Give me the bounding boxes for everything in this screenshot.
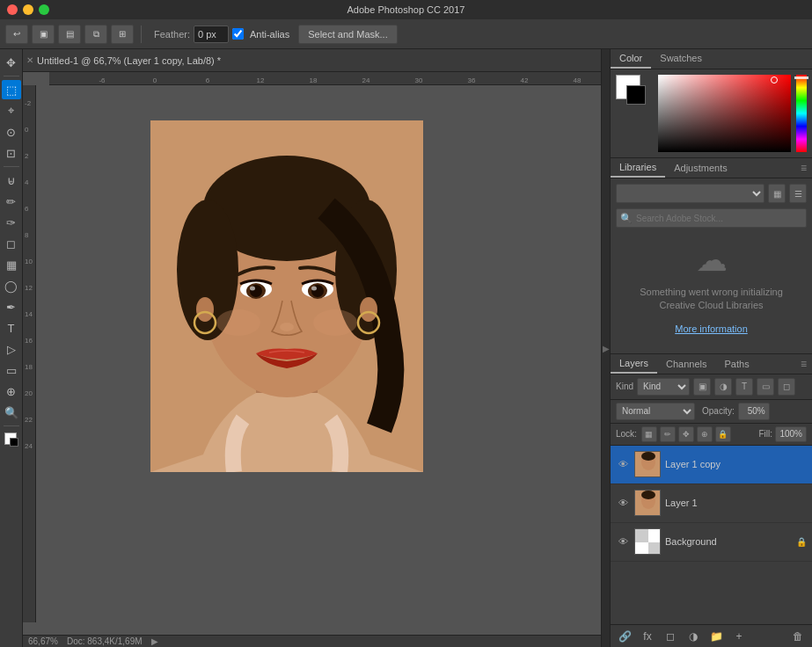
more-information-link[interactable]: More information	[675, 324, 748, 334]
canvas-area: ✕ Untitled-1 @ 66,7% (Layer 1 copy, Lab/…	[23, 49, 601, 647]
filter-kind-select[interactable]: Kind	[637, 378, 690, 396]
layer-item[interactable]: 👁 Background 🔒	[611, 523, 812, 562]
tool-option-4[interactable]: ⊞	[111, 25, 134, 44]
ruler-h-tick: 24	[362, 76, 370, 84]
panel-collapse-handle[interactable]: ▶	[601, 49, 610, 647]
eyedropper-tool[interactable]: ⊌	[2, 171, 21, 190]
ruler-v-tick: 20	[25, 389, 33, 397]
ruler-h-tick: 6	[206, 76, 209, 84]
tab-channels[interactable]: Channels	[657, 355, 715, 373]
lock-position-button[interactable]: ✥	[678, 426, 694, 442]
tab-swatches[interactable]: Swatches	[651, 49, 711, 69]
close-button[interactable]	[7, 4, 18, 15]
layer-visibility-button[interactable]: 👁	[616, 496, 630, 510]
lock-all-button[interactable]: 🔒	[715, 426, 731, 442]
layers-list: 👁 Layer 1 copy 👁	[611, 446, 812, 624]
rectangle-tool[interactable]: ▭	[2, 360, 21, 380]
tab-libraries[interactable]: Libraries	[611, 158, 665, 178]
ruler-v-tick: 16	[25, 337, 33, 345]
filter-pixel-button[interactable]: ▣	[693, 378, 711, 396]
type-tool[interactable]: T	[2, 318, 21, 338]
layers-panel-tabs: Layers Channels Paths ≡	[611, 354, 812, 374]
create-group-button[interactable]: 📁	[707, 628, 725, 645]
layer-item[interactable]: 👁 Layer 1 copy	[611, 446, 812, 484]
color-picker-gradient[interactable]	[658, 75, 791, 152]
foreground-color[interactable]	[2, 430, 21, 449]
anti-alias-checkbox[interactable]	[232, 28, 244, 40]
blend-mode-select[interactable]: Normal Multiply Screen Overlay	[616, 403, 695, 420]
tab-color[interactable]: Color	[611, 49, 651, 69]
crop-tool[interactable]: ⊡	[2, 143, 21, 163]
ruler-h-tick: 18	[310, 76, 318, 84]
tab-layers[interactable]: Layers	[611, 354, 657, 374]
create-layer-button[interactable]: +	[730, 628, 748, 645]
filter-adjustment-button[interactable]: ◑	[714, 378, 732, 396]
libraries-dropdown[interactable]	[616, 184, 764, 203]
clone-stamp-tool[interactable]: ✑	[2, 213, 21, 232]
marquee-tool[interactable]: ⬚	[2, 80, 21, 99]
layer-visibility-button[interactable]: 👁	[616, 457, 630, 471]
app-title: Adobe Photoshop CC 2017	[347, 4, 465, 15]
libraries-menu-button[interactable]: ≡	[795, 160, 812, 176]
tool-option-2[interactable]: ▤	[58, 25, 81, 44]
layer-visibility-button[interactable]: 👁	[616, 534, 630, 549]
ruler-v-tick: 8	[25, 231, 28, 239]
tab-paths[interactable]: Paths	[716, 355, 758, 373]
svg-rect-28	[648, 529, 661, 542]
layer-item[interactable]: 👁 Layer 1	[611, 484, 812, 523]
feather-input[interactable]	[194, 25, 229, 43]
libraries-panel: Libraries Adjustments ≡ ▦ ☰ 🔍 ☁ Somethin…	[611, 158, 812, 354]
hand-tool[interactable]: ⊕	[2, 382, 21, 401]
dodge-tool[interactable]: ◯	[2, 276, 21, 295]
canvas-scroll-area[interactable]: -6 0 6 12 18 24 30 36 42 48 -2 0 2 4 6 8…	[23, 72, 601, 635]
hue-slider[interactable]	[796, 75, 807, 152]
cloud-icon: ☁	[625, 242, 798, 279]
filter-type-button[interactable]: T	[735, 378, 753, 396]
document-tab-label[interactable]: Untitled-1 @ 66,7% (Layer 1 copy, Lab/8)…	[37, 55, 221, 66]
grid-view-button[interactable]: ▦	[768, 184, 786, 203]
filter-smartobject-button[interactable]: ◻	[778, 378, 795, 396]
delete-layer-button[interactable]: 🗑	[789, 628, 807, 645]
link-layers-button[interactable]: 🔗	[616, 628, 633, 645]
lasso-tool[interactable]: ⌖	[2, 101, 21, 120]
opacity-input[interactable]	[738, 403, 770, 420]
svg-point-20	[313, 309, 357, 336]
lock-image-button[interactable]: ✏	[660, 426, 676, 442]
fill-input[interactable]	[775, 426, 807, 442]
lock-artboard-button[interactable]: ⊕	[697, 426, 713, 442]
list-view-button[interactable]: ☰	[789, 184, 807, 203]
path-select-tool[interactable]: ▷	[2, 339, 21, 359]
quick-select-tool[interactable]: ⊙	[2, 122, 21, 142]
tool-option-1[interactable]: ▣	[32, 25, 55, 44]
layers-panel: Layers Channels Paths ≡ Kind Kind ▣ ◑ T …	[611, 354, 812, 647]
maximize-button[interactable]	[39, 4, 49, 15]
layer-thumbnail	[634, 490, 661, 516]
move-tool[interactable]: ✥	[2, 53, 21, 72]
history-back-button[interactable]: ↩	[5, 25, 28, 44]
hue-cursor	[794, 76, 808, 79]
tool-option-3[interactable]: ⧉	[84, 25, 107, 44]
ruler-v-tick: 24	[25, 442, 33, 450]
add-layer-style-button[interactable]: fx	[639, 628, 656, 645]
ruler-h-tick: -6	[99, 76, 105, 84]
eraser-tool[interactable]: ◻	[2, 234, 21, 253]
tab-close-button[interactable]: ✕	[26, 55, 33, 65]
create-adjustment-button[interactable]: ◑	[684, 628, 702, 645]
doc-size: Doc: 863,4K/1,69M	[67, 636, 143, 646]
background-swatch[interactable]	[626, 85, 646, 105]
tab-adjustments[interactable]: Adjustments	[665, 159, 736, 177]
pen-tool[interactable]: ✒	[2, 297, 21, 316]
svg-point-17	[311, 287, 317, 291]
layers-menu-button[interactable]: ≡	[795, 356, 812, 372]
lock-transparent-button[interactable]: ▦	[641, 426, 657, 442]
add-mask-button[interactable]: ◻	[662, 628, 679, 645]
select-and-mask-button[interactable]: Select and Mask...	[298, 25, 398, 44]
filter-shape-button[interactable]: ▭	[757, 378, 774, 396]
gradient-tool[interactable]: ▦	[2, 255, 21, 274]
zoom-tool[interactable]: 🔍	[2, 403, 21, 422]
layers-controls-row: Normal Multiply Screen Overlay Opacity:	[611, 400, 812, 424]
brush-tool[interactable]: ✏	[2, 192, 21, 211]
window-controls	[7, 4, 49, 15]
adobe-stock-search-input[interactable]	[616, 208, 807, 228]
minimize-button[interactable]	[23, 4, 33, 15]
